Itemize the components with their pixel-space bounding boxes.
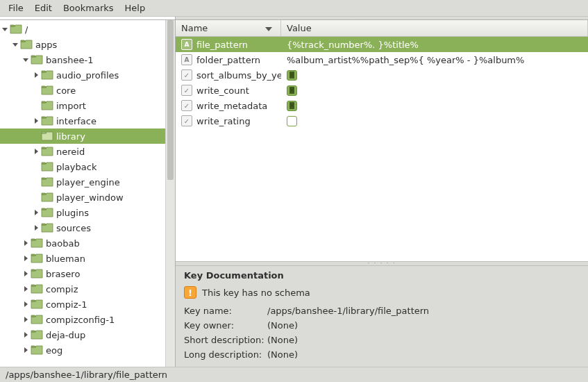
tree-item-player-window[interactable]: player_window xyxy=(0,190,175,205)
key-row-write_rating[interactable]: write_rating xyxy=(176,113,588,128)
expander-right-icon[interactable] xyxy=(21,269,31,279)
tree-item-nereid[interactable]: nereid xyxy=(0,144,175,159)
tree-item-banshee-1[interactable]: banshee-1 xyxy=(0,52,175,67)
key-value-cell[interactable] xyxy=(281,70,588,81)
tree-pane: /appsbanshee-1audio_profilescoreimportin… xyxy=(0,17,176,367)
key-value-cell[interactable]: %album_artist%%path_sep%{ %year% - }%alb… xyxy=(281,55,588,65)
tree-item-eog[interactable]: eog xyxy=(0,342,175,358)
key-value-cell[interactable] xyxy=(281,85,588,96)
folder-icon xyxy=(41,146,53,157)
folder-icon xyxy=(41,131,53,142)
expander-right-icon[interactable] xyxy=(21,238,31,248)
menu-help[interactable]: Help xyxy=(119,1,151,15)
expander-right-icon[interactable] xyxy=(21,254,31,263)
tree-item-label: / xyxy=(25,24,28,35)
tree-scrollbar[interactable] xyxy=(165,20,175,367)
expander-placeholder xyxy=(31,192,41,202)
folder-icon xyxy=(41,69,53,81)
folder-icon xyxy=(41,85,53,96)
key-value-cell[interactable]: {%track_number%. }%title% xyxy=(281,40,588,50)
tree-item-compiz-1[interactable]: compiz-1 xyxy=(0,297,175,312)
expander-right-icon[interactable] xyxy=(21,284,31,294)
menu-edit[interactable]: Edit xyxy=(29,1,58,15)
tree-item-sources[interactable]: sources xyxy=(0,220,175,235)
sort-indicator-icon xyxy=(265,23,272,33)
tree-item-brasero[interactable]: brasero xyxy=(0,266,175,281)
tree-item-label: nereid xyxy=(56,147,85,157)
key-row-sort_albums_by_year[interactable]: sort_albums_by_year xyxy=(176,67,588,83)
key-value-cell[interactable] xyxy=(281,101,588,111)
key-name-cell: write_count xyxy=(176,85,281,96)
tree-item-baobab[interactable]: baobab xyxy=(0,235,175,251)
doc-heading: Key Documentation xyxy=(184,270,580,281)
tree-item-deja-dup[interactable]: deja-dup xyxy=(0,327,175,342)
tree-item-import[interactable]: import xyxy=(0,98,175,113)
key-row-file_pattern[interactable]: Afile_pattern{%track_number%. }%title% xyxy=(176,37,588,52)
menu-file[interactable]: File xyxy=(3,1,29,15)
tree-item-label: banshee-1 xyxy=(46,55,93,65)
tree-item-label: compizconfig-1 xyxy=(46,315,115,325)
tree-item-interface[interactable]: interface xyxy=(0,113,175,128)
folder-icon xyxy=(31,283,43,294)
expander-right-icon[interactable] xyxy=(31,70,41,80)
bool-checkbox[interactable] xyxy=(287,85,297,96)
expander-down-icon[interactable] xyxy=(21,55,31,65)
key-row-write_metadata[interactable]: write_metadata xyxy=(176,98,588,113)
expander-placeholder xyxy=(31,177,41,187)
expander-right-icon[interactable] xyxy=(31,223,41,233)
tree-item-audio-profiles[interactable]: audio_profiles xyxy=(0,67,175,83)
folder-icon xyxy=(31,314,43,325)
key-value-cell[interactable] xyxy=(281,116,588,126)
tree-item--[interactable]: / xyxy=(0,22,175,37)
folder-icon xyxy=(31,329,43,340)
expander-down-icon[interactable] xyxy=(0,24,10,34)
tree-item-label: player_window xyxy=(56,192,124,203)
bool-checkbox[interactable] xyxy=(287,101,297,111)
column-header-value[interactable]: Value xyxy=(281,20,588,36)
key-row-folder_pattern[interactable]: Afolder_pattern%album_artist%%path_sep%{… xyxy=(176,52,588,67)
bool-checkbox[interactable] xyxy=(287,70,297,81)
expander-placeholder xyxy=(31,131,41,141)
expander-placeholder xyxy=(31,162,41,172)
key-name-label: write_count xyxy=(196,85,249,96)
tree-view[interactable]: /appsbanshee-1audio_profilescoreimportin… xyxy=(0,19,175,367)
bool-checkbox[interactable] xyxy=(287,116,297,126)
expander-placeholder xyxy=(31,101,41,110)
expander-right-icon[interactable] xyxy=(21,345,31,355)
doc-row-value: (None) xyxy=(267,320,580,331)
main-split: /appsbanshee-1audio_profilescoreimportin… xyxy=(0,17,588,367)
expander-right-icon[interactable] xyxy=(31,116,41,126)
tree-item-blueman[interactable]: blueman xyxy=(0,251,175,266)
expander-right-icon[interactable] xyxy=(31,208,41,217)
doc-row-value: (None) xyxy=(267,349,580,360)
tree-item-label: playback xyxy=(56,162,96,172)
key-list[interactable]: Afile_pattern{%track_number%. }%title%Af… xyxy=(176,37,588,261)
tree-item-compizconfig-1[interactable]: compizconfig-1 xyxy=(0,312,175,327)
scrollbar-thumb[interactable] xyxy=(167,20,174,180)
key-value-text: {%track_number%. }%title% xyxy=(287,40,419,50)
doc-warning-row: ! This key has no schema xyxy=(184,286,580,299)
expander-right-icon[interactable] xyxy=(21,315,31,324)
tree-item-player-engine[interactable]: player_engine xyxy=(0,174,175,190)
column-header-name[interactable]: Name xyxy=(176,20,281,36)
expander-right-icon[interactable] xyxy=(31,147,41,156)
key-row-write_count[interactable]: write_count xyxy=(176,83,588,98)
expander-right-icon[interactable] xyxy=(21,299,31,309)
tree-item-apps[interactable]: apps xyxy=(0,37,175,52)
folder-icon xyxy=(31,253,43,264)
tree-item-library[interactable]: library xyxy=(0,128,175,144)
tree-item-label: apps xyxy=(35,40,57,50)
tree-item-label: eog xyxy=(46,345,62,356)
tree-item-playback[interactable]: playback xyxy=(0,159,175,174)
expander-right-icon[interactable] xyxy=(21,330,31,340)
menu-bookmarks[interactable]: Bookmarks xyxy=(58,1,119,15)
tree-item-core[interactable]: core xyxy=(0,83,175,98)
horizontal-splitter[interactable]: · · · · · xyxy=(176,261,588,266)
key-name-label: file_pattern xyxy=(196,40,248,50)
tree-item-label: blueman xyxy=(46,254,85,264)
tree-item-plugins[interactable]: plugins xyxy=(0,205,175,220)
expander-down-icon[interactable] xyxy=(10,40,20,49)
tree-item-label: library xyxy=(56,131,85,142)
folder-icon xyxy=(31,238,43,249)
tree-item-compiz[interactable]: compiz xyxy=(0,281,175,297)
